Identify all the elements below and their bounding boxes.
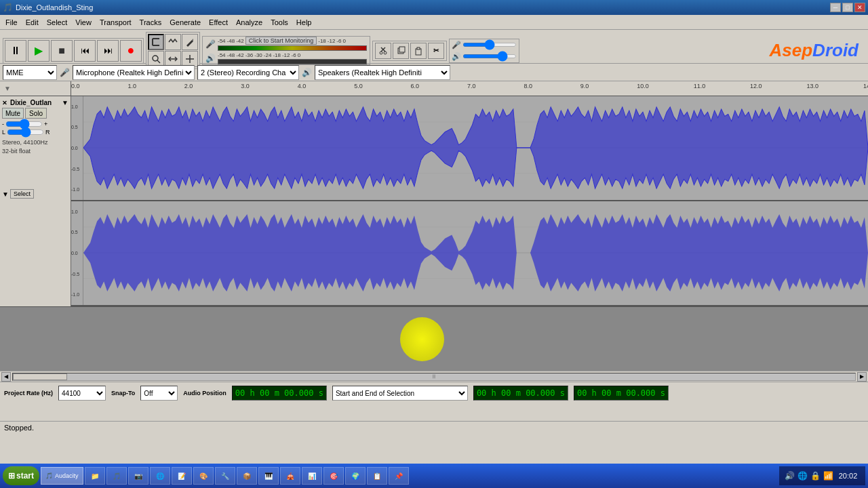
record-button[interactable]: ● xyxy=(120,40,142,62)
menu-view[interactable]: View xyxy=(71,17,96,28)
track-gain-slider[interactable] xyxy=(5,121,43,127)
scrollbar-thumb[interactable] xyxy=(13,373,67,380)
minimize-button[interactable]: ─ xyxy=(830,3,841,12)
taskbar-item-9[interactable]: 🎹 xyxy=(258,467,279,485)
menu-effect[interactable]: Effect xyxy=(205,17,232,28)
taskbar-item-4[interactable]: 🌐 xyxy=(150,467,170,485)
solo-button[interactable]: Solo xyxy=(25,108,47,119)
mute-button[interactable]: Mute xyxy=(2,108,24,119)
skip-forward-button[interactable]: ⏭ xyxy=(97,40,119,62)
taskbar-item-2[interactable]: 🎵 xyxy=(106,467,127,485)
taskbar-item-8[interactable]: 📦 xyxy=(237,467,257,485)
logo: AsepDroid xyxy=(770,40,859,61)
select-tool-button[interactable] xyxy=(148,34,164,50)
speaker-device-selector[interactable]: Speakers (Realtek High Definiti xyxy=(315,65,450,80)
taskbar-item-1[interactable]: 📁 xyxy=(85,467,105,485)
taskbar-item-5[interactable]: 📝 xyxy=(172,467,192,485)
pause-button[interactable]: ⏸ xyxy=(5,40,26,62)
main-wrapper: ✕ Dixie_Outlan ▼ Mute Solo - + L R xyxy=(0,96,868,306)
stop-button[interactable]: ■ xyxy=(51,40,73,62)
menu-tools[interactable]: Tools xyxy=(267,17,292,28)
menu-tracks[interactable]: Tracks xyxy=(136,17,166,28)
speaker-device-icon: 🔊 xyxy=(302,68,312,77)
project-rate-selector[interactable]: 44100 22050 48000 xyxy=(58,386,106,401)
mic-gain-slider[interactable] xyxy=(462,43,517,47)
maximize-button[interactable]: □ xyxy=(842,3,853,12)
taskbar-item-3[interactable]: 📷 xyxy=(128,467,149,485)
mic-device-selector[interactable]: Microphone (Realtek High Defini xyxy=(73,65,195,80)
scroll-right-button[interactable]: ▶ xyxy=(857,372,867,382)
y-labels-bottom: 1.00.50.0-0.5-1.0 xyxy=(71,201,83,305)
taskbar-item-14[interactable]: 📋 xyxy=(367,467,387,485)
paste-button[interactable] xyxy=(410,43,427,59)
selection-end-display[interactable]: 00 h 00 m 00.000 s xyxy=(574,386,669,401)
taskbar-item-6[interactable]: 🎨 xyxy=(193,467,214,485)
skip-back-button[interactable]: ⏮ xyxy=(74,40,96,62)
taskbar-item-12[interactable]: 🎯 xyxy=(323,467,344,485)
selection-start-display[interactable]: 00 h 00 m 00.000 s xyxy=(473,386,568,401)
channels-selector[interactable]: 2 (Stereo) Recording Cha 1 (Mono) Record… xyxy=(197,65,299,80)
snap-to-selector[interactable]: Off Nearest Prior Next xyxy=(140,386,178,401)
svg-point-9 xyxy=(384,52,387,54)
selection-mode-selector[interactable]: Start and End of Selection Start and Len… xyxy=(332,386,468,401)
menu-transport[interactable]: Transport xyxy=(96,17,136,28)
tray-icon-1[interactable]: 🔊 xyxy=(785,471,795,481)
status-text: Stopped. xyxy=(4,424,34,432)
draw-tool-button[interactable] xyxy=(182,34,198,50)
main-area: ✕ Dixie_Outlan ▼ Mute Solo - + L R xyxy=(0,96,868,306)
ruler-marks-area[interactable]: 0.01.02.03.04.05.06.07.08.09.010.011.012… xyxy=(71,81,868,96)
gain-toolbar: 🎤 🔊 xyxy=(449,39,519,63)
taskbar-item-audacity[interactable]: 🎵Audacity xyxy=(41,467,83,485)
envelope-tool-button[interactable] xyxy=(165,34,181,50)
click-to-monitor[interactable]: Click to Start Monitoring xyxy=(245,37,317,45)
vu-meter-area: 🎤 -54-48-42 Click to Start Monitoring -1… xyxy=(202,36,370,65)
project-rate-label: Project Rate (Hz) xyxy=(4,390,53,396)
host-selector[interactable]: MME DirectSound WASAPI xyxy=(3,65,57,80)
taskbar-item-13[interactable]: 🌍 xyxy=(345,467,366,485)
cursor-indicator xyxy=(400,317,444,361)
cut-button[interactable] xyxy=(375,43,391,59)
copy-button[interactable] xyxy=(393,43,409,59)
audio-position-display[interactable]: 00 h 00 m 00.000 s xyxy=(232,386,327,401)
menu-select[interactable]: Select xyxy=(43,17,72,28)
horizontal-scrollbar[interactable]: ◀ ⠿ ▶ xyxy=(0,371,868,382)
taskbar-item-7[interactable]: 🔧 xyxy=(215,467,235,485)
tray-icon-4[interactable]: 📶 xyxy=(823,471,833,481)
close-button[interactable]: ✕ xyxy=(854,3,865,12)
waveform-bottom[interactable]: 1.00.50.0-0.5-1.0 xyxy=(71,201,868,306)
toolbar-area: ⏸ ▶ ■ ⏮ ⏭ ● 🎤 -54-48 xyxy=(0,30,868,64)
scroll-left-button[interactable]: ◀ xyxy=(1,372,11,382)
logo-part2: Droid xyxy=(812,40,859,60)
menu-generate[interactable]: Generate xyxy=(165,17,205,28)
track-collapse-button[interactable]: ▼ xyxy=(62,99,68,106)
menu-file[interactable]: File xyxy=(1,17,22,28)
taskbar-items: 🎵Audacity 📁 🎵 📷 🌐 📝 🎨 🔧 📦 🎹 🎪 📊 🎯 🌍 📋 📌 xyxy=(41,467,778,485)
track-name-row: ✕ Dixie_Outlan ▼ xyxy=(2,99,68,106)
scrollbar-track[interactable]: ⠿ xyxy=(12,373,856,381)
titlebar-controls[interactable]: ─ □ ✕ xyxy=(830,3,865,12)
track-close-button[interactable]: ✕ xyxy=(2,100,9,106)
menu-analyze[interactable]: Analyze xyxy=(232,17,267,28)
taskbar-item-10[interactable]: 🎪 xyxy=(280,467,300,485)
track-pan-slider[interactable] xyxy=(7,129,44,135)
speaker-vol-slider[interactable] xyxy=(462,54,517,58)
waveform-top[interactable]: 1.00.50.0-0.5-1.0 xyxy=(71,96,868,201)
app-icon: 🎵 xyxy=(3,3,13,12)
menu-help[interactable]: Help xyxy=(292,17,316,28)
menu-edit[interactable]: Edit xyxy=(22,17,43,28)
select-button[interactable]: Select xyxy=(10,189,34,199)
taskbar-item-15[interactable]: 📌 xyxy=(389,467,409,485)
snap-to-label: Snap-To xyxy=(111,390,135,396)
taskbar: ⊞ start 🎵Audacity 📁 🎵 📷 🌐 📝 🎨 🔧 📦 🎹 🎪 📊 … xyxy=(0,464,868,488)
start-button[interactable]: ⊞ start xyxy=(3,466,39,485)
devices-row: MME DirectSound WASAPI 🎤 Microphone (Rea… xyxy=(0,64,868,81)
trim-button[interactable]: ✂ xyxy=(428,43,444,59)
play-button[interactable]: ▶ xyxy=(28,40,50,62)
taskbar-item-11[interactable]: 📊 xyxy=(302,467,322,485)
tray-icon-3[interactable]: 🔒 xyxy=(810,471,821,481)
tray-icon-2[interactable]: 🌐 xyxy=(797,471,808,481)
svg-rect-2 xyxy=(152,39,153,45)
timeline-container: ▼ 0.01.02.03.04.05.06.07.08.09.010.011.0… xyxy=(0,81,868,96)
waveform-svg-bottom xyxy=(83,201,868,305)
logo-part1: Asep xyxy=(770,40,813,60)
